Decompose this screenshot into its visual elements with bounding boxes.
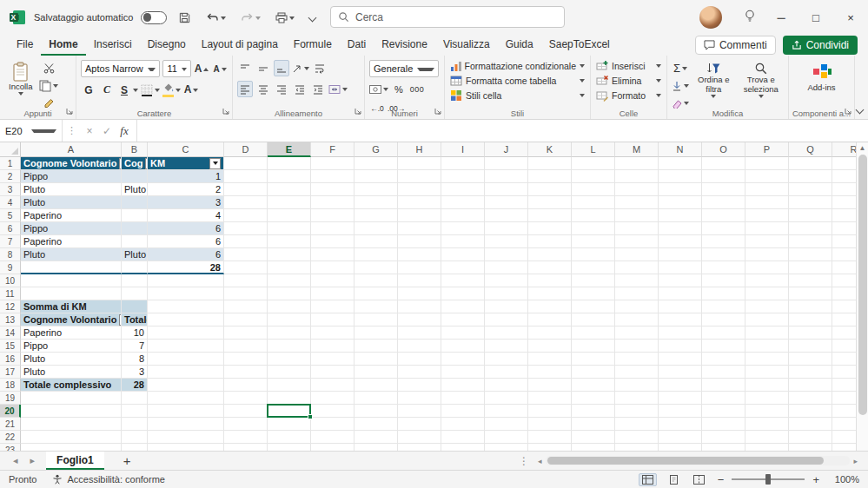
cell-I5[interactable] (441, 209, 485, 222)
cell-E2[interactable] (268, 170, 311, 183)
tab-formule[interactable]: Formule (286, 35, 340, 56)
cell-E6[interactable] (268, 222, 311, 235)
cell-N19[interactable] (659, 392, 702, 405)
cell-J18[interactable] (485, 379, 528, 392)
cell-A18[interactable]: Totale complessivo (21, 379, 122, 392)
cell-H10[interactable] (398, 274, 441, 287)
cell-P2[interactable] (745, 170, 789, 183)
zoom-slider[interactable] (732, 478, 805, 480)
cell-I6[interactable] (441, 222, 485, 235)
cell-Q11[interactable] (789, 287, 832, 300)
cell-E22[interactable] (268, 431, 311, 444)
cell-E13[interactable] (268, 313, 311, 326)
cell-Q15[interactable] (789, 340, 832, 353)
column-header-L[interactable]: L (572, 142, 615, 157)
align-top-button[interactable] (237, 60, 253, 76)
cell-E3[interactable] (268, 183, 311, 196)
horizontal-scrollbar[interactable]: ◂ ▸ (536, 455, 859, 467)
row-header-18[interactable]: 18 (0, 379, 21, 392)
select-all-corner[interactable] (0, 142, 21, 157)
cell-I12[interactable] (441, 300, 485, 313)
column-header-G[interactable]: G (354, 142, 398, 157)
cell-K20[interactable] (528, 405, 572, 418)
cell-D10[interactable] (224, 274, 268, 287)
cell-M5[interactable] (615, 209, 659, 222)
minimize-button[interactable]: ─ (764, 0, 798, 35)
cell-G19[interactable] (354, 392, 398, 405)
cell-D21[interactable] (224, 418, 268, 431)
cell-C12[interactable] (148, 300, 224, 313)
cell-J12[interactable] (485, 300, 528, 313)
cell-E20[interactable] (268, 405, 311, 418)
cell-E15[interactable] (268, 340, 311, 353)
cell-G22[interactable] (354, 431, 398, 444)
cell-C10[interactable] (148, 274, 224, 287)
cell-Q18[interactable] (789, 379, 832, 392)
cell-E7[interactable] (268, 235, 311, 248)
cell-D17[interactable] (224, 366, 268, 379)
cell-C22[interactable] (148, 431, 224, 444)
cell-C3[interactable]: 2 (148, 183, 224, 196)
cell-L12[interactable] (572, 300, 615, 313)
cell-I10[interactable] (441, 274, 485, 287)
cell-M1[interactable] (615, 157, 659, 170)
cell-E18[interactable] (268, 379, 311, 392)
cell-L18[interactable] (572, 379, 615, 392)
tab-layout-di-pagina[interactable]: Layout di pagina (194, 35, 286, 56)
row-header-4[interactable]: 4 (0, 196, 21, 209)
cell-M21[interactable] (615, 418, 659, 431)
cell-A12[interactable]: Somma di KM (21, 300, 122, 313)
cell-L13[interactable] (572, 313, 615, 326)
cell-B9[interactable] (122, 261, 148, 274)
cell-O3[interactable] (702, 183, 745, 196)
cell-P6[interactable] (745, 222, 789, 235)
cell-B18[interactable]: 28 (122, 379, 148, 392)
cell-Q5[interactable] (789, 209, 832, 222)
cell-J10[interactable] (485, 274, 528, 287)
cell-F7[interactable] (311, 235, 354, 248)
cell-B21[interactable] (122, 418, 148, 431)
cell-M19[interactable] (615, 392, 659, 405)
quick-print-button[interactable] (272, 10, 298, 25)
cell-L23[interactable] (572, 444, 615, 451)
cell-D9[interactable] (224, 261, 268, 274)
cell-D6[interactable] (224, 222, 268, 235)
cell-R4[interactable] (832, 196, 856, 209)
cell-J11[interactable] (485, 287, 528, 300)
cell-A3[interactable]: Pluto (21, 183, 122, 196)
autosum-button[interactable]: Σ (672, 60, 689, 76)
cell-H19[interactable] (398, 392, 441, 405)
cell-J21[interactable] (485, 418, 528, 431)
cell-B5[interactable] (122, 209, 148, 222)
cell-M3[interactable] (615, 183, 659, 196)
cell-O19[interactable] (702, 392, 745, 405)
cell-Q21[interactable] (789, 418, 832, 431)
cell-G4[interactable] (354, 196, 398, 209)
share-button[interactable]: Condividi (783, 36, 858, 55)
cell-E4[interactable] (268, 196, 311, 209)
cell-R8[interactable] (832, 248, 856, 261)
cell-D23[interactable] (224, 444, 268, 451)
cell-C8[interactable]: 6 (148, 248, 224, 261)
row-header-3[interactable]: 3 (0, 183, 21, 196)
cell-N22[interactable] (659, 431, 702, 444)
customize-qat-button[interactable] (306, 13, 319, 23)
cell-R2[interactable] (832, 170, 856, 183)
align-center-button[interactable] (255, 81, 271, 97)
insert-cells-button[interactable]: Inserisci (593, 58, 665, 73)
cell-Q13[interactable] (789, 313, 832, 326)
format-as-table-button[interactable]: Formatta come tabella (447, 73, 588, 88)
format-cells-button[interactable]: Formato (593, 88, 665, 102)
cell-F23[interactable] (311, 444, 354, 451)
cell-R6[interactable] (832, 222, 856, 235)
cell-K7[interactable] (528, 235, 572, 248)
align-bottom-button[interactable] (274, 60, 289, 76)
tab-file[interactable]: File (9, 35, 41, 56)
cell-I7[interactable] (441, 235, 485, 248)
cell-P11[interactable] (745, 287, 789, 300)
cell-I11[interactable] (441, 287, 485, 300)
cell-G17[interactable] (354, 366, 398, 379)
cell-F18[interactable] (311, 379, 354, 392)
number-dialog-launcher[interactable] (434, 105, 441, 117)
cell-K15[interactable] (528, 340, 572, 353)
